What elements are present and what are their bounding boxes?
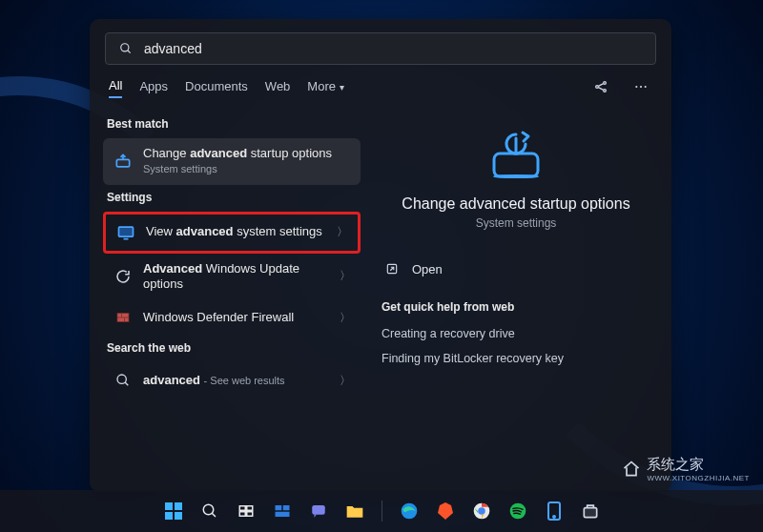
result-advanced-windows-update[interactable]: Advanced Windows Update options 〉 [103, 254, 361, 300]
svg-line-28 [212, 513, 216, 517]
tab-apps[interactable]: Apps [139, 75, 168, 97]
update-icon [113, 266, 134, 287]
svg-rect-43 [584, 508, 596, 518]
search-icon [115, 38, 136, 59]
result-defender-firewall[interactable]: Windows Defender Firewall 〉 [103, 299, 361, 336]
svg-rect-30 [246, 506, 252, 511]
preview-subtitle: System settings [378, 216, 654, 230]
svg-rect-33 [275, 505, 281, 510]
svg-point-4 [604, 89, 607, 92]
svg-rect-25 [165, 512, 173, 520]
chrome-icon[interactable] [468, 498, 495, 524]
quick-link-bitlocker-key[interactable]: Finding my BitLocker recovery key [378, 346, 654, 371]
result-web-advanced[interactable]: advanced - See web results 〉 [103, 362, 361, 399]
edge-icon[interactable] [396, 498, 423, 524]
preview-pane: Change advanced startup options System s… [368, 108, 671, 492]
brave-icon[interactable] [432, 498, 459, 524]
chevron-right-icon: 〉 [340, 373, 351, 389]
results-column: Best match Change advanced startup optio… [90, 108, 368, 492]
search-box[interactable] [105, 32, 656, 65]
tab-all[interactable]: All [109, 74, 122, 98]
preview-startup-icon [485, 129, 547, 182]
startup-options-icon [113, 151, 134, 172]
svg-rect-20 [494, 153, 538, 176]
search-tabs: All Apps Documents Web More ▾ [90, 74, 671, 108]
svg-point-39 [478, 507, 485, 515]
svg-rect-24 [175, 502, 182, 510]
taskbar [0, 490, 763, 532]
svg-line-6 [598, 87, 603, 90]
svg-point-9 [645, 85, 647, 87]
chevron-right-icon: 〉 [337, 224, 348, 240]
svg-point-42 [553, 516, 555, 518]
chevron-right-icon: 〉 [340, 268, 351, 284]
svg-rect-29 [239, 506, 245, 511]
share-icon[interactable] [589, 75, 612, 98]
svg-point-18 [117, 375, 126, 383]
chevron-right-icon: 〉 [340, 310, 351, 326]
widgets-icon[interactable] [269, 498, 296, 524]
open-icon [382, 258, 402, 279]
svg-rect-23 [165, 502, 173, 510]
svg-point-21 [494, 175, 538, 177]
result-view-advanced-system-settings[interactable]: View advanced system settings 〉 [103, 212, 361, 254]
svg-rect-10 [116, 160, 129, 168]
svg-point-7 [635, 85, 637, 87]
taskbar-search-icon[interactable] [196, 498, 223, 524]
section-search-web: Search the web [107, 341, 357, 355]
more-options-icon[interactable] [629, 75, 652, 98]
svg-rect-31 [239, 512, 245, 517]
svg-line-5 [598, 83, 603, 86]
svg-point-8 [640, 85, 642, 87]
store-icon[interactable] [577, 498, 604, 524]
quick-help-label: Get quick help from web [382, 300, 650, 314]
watermark: 系统之家 WWW.XITONGZHIJIA.NET [622, 456, 750, 482]
svg-rect-11 [119, 227, 134, 236]
quick-link-recovery-drive[interactable]: Creating a recovery drive [378, 321, 654, 346]
spotify-icon[interactable] [505, 498, 531, 524]
svg-rect-32 [246, 512, 252, 517]
result-best-match[interactable]: Change advanced startup options System s… [103, 138, 361, 185]
firewall-icon [113, 307, 134, 328]
svg-rect-35 [275, 512, 289, 517]
svg-point-2 [596, 85, 599, 88]
explorer-icon[interactable] [341, 498, 368, 524]
svg-point-27 [203, 504, 214, 515]
section-best-match: Best match [107, 117, 357, 131]
svg-rect-34 [282, 505, 289, 510]
tab-more[interactable]: More ▾ [307, 75, 343, 97]
svg-line-19 [125, 382, 128, 385]
search-input[interactable] [144, 41, 646, 56]
svg-point-0 [121, 44, 129, 51]
task-view-icon[interactable] [233, 498, 259, 524]
svg-line-1 [128, 51, 131, 53]
svg-point-3 [604, 81, 607, 84]
tab-web[interactable]: Web [265, 75, 291, 97]
monitor-icon [115, 222, 136, 243]
start-search-panel: All Apps Documents Web More ▾ Best match… [90, 19, 671, 492]
start-button[interactable] [160, 498, 187, 524]
svg-rect-26 [175, 512, 182, 520]
section-settings: Settings [107, 191, 357, 204]
chat-icon[interactable] [305, 498, 332, 524]
phone-link-icon[interactable] [541, 498, 567, 524]
tab-documents[interactable]: Documents [185, 75, 248, 97]
open-action[interactable]: Open [378, 251, 654, 287]
svg-rect-36 [312, 505, 325, 515]
search-icon [113, 370, 134, 391]
preview-title: Change advanced startup options [378, 195, 654, 213]
